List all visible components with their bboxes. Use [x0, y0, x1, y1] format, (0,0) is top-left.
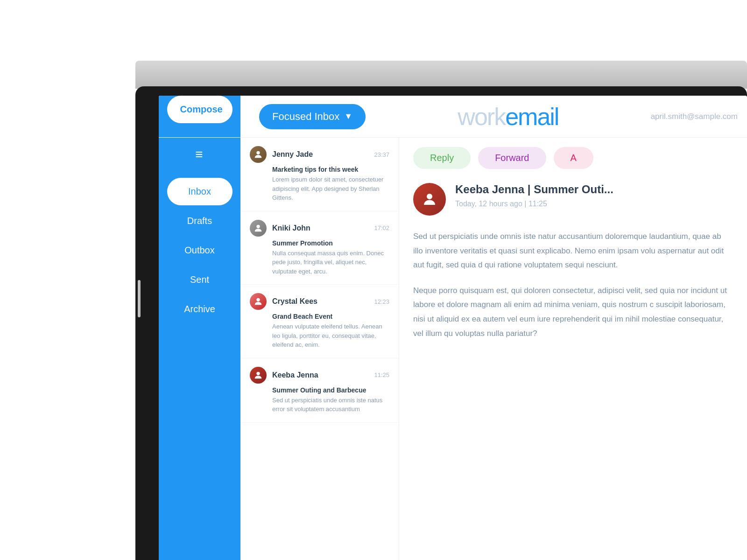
- sender-name: Keeba Jenna: [272, 371, 318, 379]
- sidebar-item-archive[interactable]: Archive: [159, 295, 240, 323]
- dropdown-icon: ▼: [344, 112, 352, 121]
- sidebar-item-drafts[interactable]: Drafts: [159, 207, 240, 235]
- compose-label: Compose: [180, 104, 223, 114]
- email-preview: Sed ut perspiciatis unde omnis iste natu…: [250, 396, 389, 414]
- email-subject: Summer Outing and Barbecue: [250, 386, 389, 394]
- compose-button-header[interactable]: Compose: [167, 96, 233, 123]
- sidebar-item-inbox[interactable]: Inbox: [167, 178, 233, 205]
- svg-point-2: [256, 298, 260, 301]
- email-time: 17:02: [374, 224, 389, 231]
- email-subject: Marketing tips for this week: [250, 166, 389, 173]
- sender-name: Crystal Kees: [272, 297, 317, 306]
- user-email: april.smith@sample.com: [651, 112, 747, 121]
- list-item[interactable]: Kniki John 17:02 Summer Promotion Nulla …: [240, 211, 399, 285]
- action-buttons: Reply Forward A: [413, 147, 733, 169]
- sender-name: Kniki John: [272, 224, 310, 232]
- brand-work: work: [458, 103, 505, 130]
- brand-area: workemail: [366, 103, 650, 131]
- detail-meta: Today, 12 hours ago | 11:25: [455, 200, 613, 208]
- sidebar-item-sent[interactable]: Sent: [159, 266, 240, 294]
- svg-point-0: [256, 151, 260, 154]
- email-preview: Nulla consequat massa quis enim. Donec p…: [250, 249, 389, 276]
- detail-avatar: [413, 183, 446, 216]
- email-time: 12:23: [374, 298, 389, 305]
- email-time: 23:37: [374, 151, 389, 158]
- body-paragraph-2: Neque porro quisquam est, qui doloren co…: [413, 284, 733, 341]
- forward-button[interactable]: Forward: [478, 147, 546, 169]
- email-subject: Summer Promotion: [250, 239, 389, 247]
- avatar: [250, 293, 267, 310]
- list-item[interactable]: Crystal Kees 12:23 Grand Beach Event Aen…: [240, 285, 399, 358]
- sidebar: ≡ Inbox Drafts Outbox Sent Archive: [159, 138, 240, 560]
- sidebar-item-outbox[interactable]: Outbox: [159, 237, 240, 264]
- avatar: [250, 367, 267, 384]
- email-time: 11:25: [374, 371, 389, 378]
- email-detail-header: Keeba Jenna | Summer Outi... Today, 12 h…: [413, 183, 733, 216]
- tablet-side-button: [138, 280, 141, 317]
- detail-sender-subject: Keeba Jenna | Summer Outi...: [455, 183, 613, 196]
- avatar: [250, 220, 267, 237]
- tablet-bezel-top: [135, 61, 747, 89]
- email-detail-pane: Reply Forward A Keeb: [399, 138, 747, 560]
- svg-point-1: [256, 224, 260, 228]
- email-preview: Lorem ipsum dolor sit amet, consectetuer…: [250, 175, 389, 203]
- svg-point-3: [256, 371, 260, 375]
- sender-name: Jenny Jade: [272, 150, 313, 159]
- app-screen: Compose Focused Inbox ▼ workemail april.…: [159, 96, 747, 560]
- email-body: Sed ut perspiciatis unde omnis iste natu…: [413, 230, 733, 341]
- avatar: [250, 146, 267, 163]
- focused-inbox-button[interactable]: Focused Inbox ▼: [259, 104, 366, 129]
- hamburger-menu[interactable]: ≡: [195, 147, 204, 162]
- body-paragraph-1: Sed ut perspiciatis unde omnis iste natu…: [413, 230, 733, 273]
- svg-point-4: [427, 194, 432, 199]
- reply-button[interactable]: Reply: [413, 147, 471, 169]
- email-list: Jenny Jade 23:37 Marketing tips for this…: [240, 138, 399, 560]
- email-preview: Aenean vulputate eleifend tellus. Aenean…: [250, 322, 389, 350]
- archive-button[interactable]: A: [554, 147, 593, 169]
- list-item[interactable]: Keeba Jenna 11:25 Summer Outing and Barb…: [240, 358, 399, 423]
- list-item[interactable]: Jenny Jade 23:37 Marketing tips for this…: [240, 138, 399, 211]
- brand-email: email: [505, 103, 558, 130]
- email-subject: Grand Beach Event: [250, 313, 389, 320]
- focused-inbox-label: Focused Inbox: [272, 111, 339, 123]
- app-header: Compose Focused Inbox ▼ workemail april.…: [159, 96, 747, 138]
